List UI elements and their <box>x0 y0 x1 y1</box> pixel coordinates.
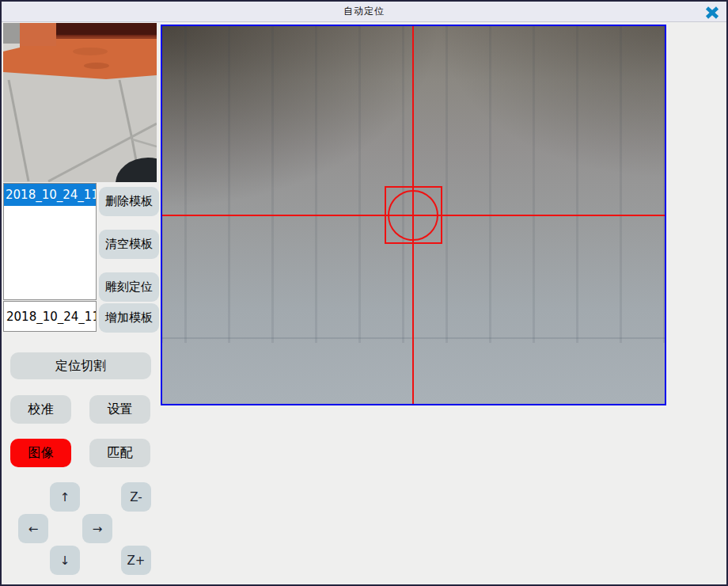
close-icon[interactable] <box>703 5 721 20</box>
calibrate-button[interactable]: 校准 <box>10 395 71 424</box>
jog-z-minus-button[interactable]: Z- <box>121 482 151 512</box>
match-button[interactable]: 匹配 <box>89 439 150 467</box>
jog-left-button[interactable]: ← <box>18 514 48 543</box>
dialog-title: 自动定位 <box>343 5 385 18</box>
add-template-button[interactable]: 增加模板 <box>99 303 159 333</box>
jog-z-plus-button[interactable]: Z+ <box>121 546 151 575</box>
settings-button[interactable]: 设置 <box>89 395 150 424</box>
camera-view[interactable] <box>161 25 666 405</box>
target-circle-overlay <box>388 190 438 241</box>
titlebar: 自动定位 <box>2 2 726 22</box>
thumbnail-image <box>3 23 157 182</box>
engrave-position-button[interactable]: 雕刻定位 <box>99 272 159 302</box>
delete-template-button[interactable]: 删除模板 <box>99 187 159 216</box>
clear-templates-button[interactable]: 清空模板 <box>99 230 159 259</box>
template-list[interactable]: 2018_10_24_11 <box>3 183 97 300</box>
close-x-glyph <box>705 6 719 19</box>
auto-position-dialog: 自动定位 <box>0 0 728 586</box>
template-list-item[interactable]: 2018_10_24_11 <box>4 184 96 206</box>
jog-right-button[interactable]: → <box>82 514 112 543</box>
template-name-input[interactable] <box>3 301 97 332</box>
position-cut-button[interactable]: 定位切割 <box>10 352 151 379</box>
template-thumbnail <box>3 23 157 182</box>
jog-up-button[interactable]: ↑ <box>50 482 80 512</box>
jog-down-button[interactable]: ↓ <box>50 546 80 575</box>
image-button[interactable]: 图像 <box>10 439 71 467</box>
